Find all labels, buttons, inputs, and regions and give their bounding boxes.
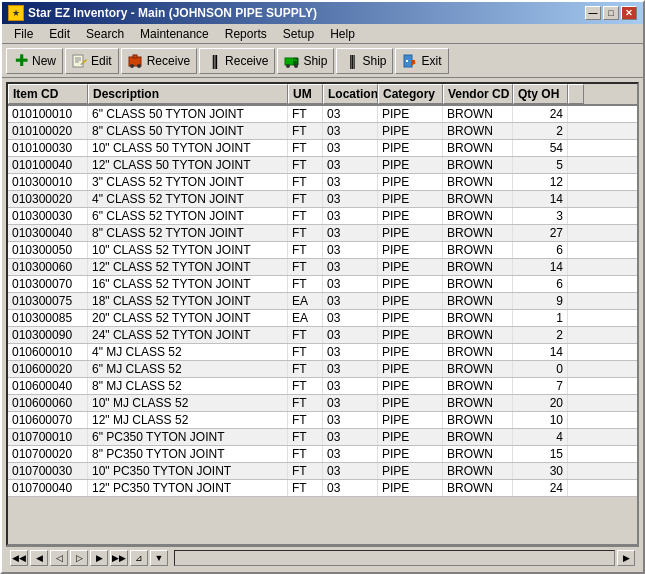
nav-next-fast-button[interactable]: ▶ bbox=[90, 550, 108, 566]
table-row[interactable]: 0103000204" CLASS 52 TYTON JOINTFT03PIPE… bbox=[8, 191, 637, 208]
cell-category: PIPE bbox=[378, 429, 443, 445]
cell-item_cd: 010700030 bbox=[8, 463, 88, 479]
svg-point-8 bbox=[130, 64, 134, 68]
new-icon: ✚ bbox=[13, 53, 29, 69]
table-row[interactable]: 0106000206" MJ CLASS 52FT03PIPEBROWN0 bbox=[8, 361, 637, 378]
cell-location: 03 bbox=[323, 106, 378, 122]
table-row[interactable]: 01010003010" CLASS 50 TYTON JOINTFT03PIP… bbox=[8, 140, 637, 157]
table-row[interactable]: 0101000106" CLASS 50 TYTON JOINTFT03PIPE… bbox=[8, 106, 637, 123]
edit-button[interactable]: Edit bbox=[65, 48, 119, 74]
nav-scroll-right[interactable]: ▶ bbox=[617, 550, 635, 566]
cell-description: 6" CLASS 50 TYTON JOINT bbox=[88, 106, 288, 122]
cell-item_cd: 010600060 bbox=[8, 395, 88, 411]
menu-setup[interactable]: Setup bbox=[275, 25, 322, 43]
cell-description: 6" MJ CLASS 52 bbox=[88, 361, 288, 377]
horizontal-scrollbar[interactable] bbox=[174, 550, 615, 566]
ship-truck-button[interactable]: Ship bbox=[277, 48, 334, 74]
receive-icon-button[interactable]: Receive bbox=[121, 48, 197, 74]
table-row[interactable]: 01030005010" CLASS 52 TYTON JOINTFT03PIP… bbox=[8, 242, 637, 259]
menu-maintenance[interactable]: Maintenance bbox=[132, 25, 217, 43]
cell-location: 03 bbox=[323, 191, 378, 207]
cell-description: 18" CLASS 52 TYTON JOINT bbox=[88, 293, 288, 309]
nav-funnel-button[interactable]: ▼ bbox=[150, 550, 168, 566]
nav-prev-button[interactable]: ◁ bbox=[50, 550, 68, 566]
cell-um: FT bbox=[288, 429, 323, 445]
col-description[interactable]: Description bbox=[88, 84, 288, 104]
cell-qty_oh: 54 bbox=[513, 140, 568, 156]
table-body[interactable]: 0101000106" CLASS 50 TYTON JOINTFT03PIPE… bbox=[8, 106, 637, 544]
menu-file[interactable]: File bbox=[6, 25, 41, 43]
cell-um: FT bbox=[288, 344, 323, 360]
table-row[interactable]: 01030006012" CLASS 52 TYTON JOINTFT03PIP… bbox=[8, 259, 637, 276]
cell-description: 10" CLASS 52 TYTON JOINT bbox=[88, 242, 288, 258]
cell-item_cd: 010300030 bbox=[8, 208, 88, 224]
app-icon: ★ bbox=[8, 5, 24, 21]
menu-search[interactable]: Search bbox=[78, 25, 132, 43]
nav-prev-fast-button[interactable]: ◀ bbox=[30, 550, 48, 566]
nav-last-button[interactable]: ▶▶ bbox=[110, 550, 128, 566]
cell-um: FT bbox=[288, 378, 323, 394]
maximize-button[interactable]: □ bbox=[603, 6, 619, 20]
table-row[interactable]: 0107000106" PC350 TYTON JOINTFT03PIPEBRO… bbox=[8, 429, 637, 446]
table-row[interactable]: 0103000408" CLASS 52 TYTON JOINTFT03PIPE… bbox=[8, 225, 637, 242]
nav-next-button[interactable]: ▷ bbox=[70, 550, 88, 566]
new-button[interactable]: ✚ New bbox=[6, 48, 63, 74]
cell-category: PIPE bbox=[378, 395, 443, 411]
table-row[interactable]: 0107000208" PC350 TYTON JOINTFT03PIPEBRO… bbox=[8, 446, 637, 463]
cell-location: 03 bbox=[323, 208, 378, 224]
table-row[interactable]: 0106000408" MJ CLASS 52FT03PIPEBROWN7 bbox=[8, 378, 637, 395]
menu-edit[interactable]: Edit bbox=[41, 25, 78, 43]
title-bar-buttons: — □ ✕ bbox=[585, 6, 637, 20]
cell-description: 8" CLASS 50 TYTON JOINT bbox=[88, 123, 288, 139]
table-row[interactable]: 01030007518" CLASS 52 TYTON JOINTEA03PIP… bbox=[8, 293, 637, 310]
cell-category: PIPE bbox=[378, 242, 443, 258]
cell-item_cd: 010300075 bbox=[8, 293, 88, 309]
table-row[interactable]: 01070003010" PC350 TYTON JOINTFT03PIPEBR… bbox=[8, 463, 637, 480]
cell-qty_oh: 0 bbox=[513, 361, 568, 377]
table-row[interactable]: 0103000306" CLASS 52 TYTON JOINTFT03PIPE… bbox=[8, 208, 637, 225]
cell-category: PIPE bbox=[378, 191, 443, 207]
receive-barcode-button[interactable]: ||| Receive bbox=[199, 48, 275, 74]
cell-location: 03 bbox=[323, 157, 378, 173]
table-row[interactable]: 01010004012" CLASS 50 TYTON JOINTFT03PIP… bbox=[8, 157, 637, 174]
cell-um: FT bbox=[288, 106, 323, 122]
cell-vendor_cd: BROWN bbox=[443, 225, 513, 241]
col-item-cd[interactable]: Item CD bbox=[8, 84, 88, 104]
cell-vendor_cd: BROWN bbox=[443, 276, 513, 292]
col-location[interactable]: Location bbox=[323, 84, 378, 104]
cell-description: 3" CLASS 52 TYTON JOINT bbox=[88, 174, 288, 190]
cell-vendor_cd: BROWN bbox=[443, 361, 513, 377]
barcode2-icon: ||| bbox=[343, 53, 359, 69]
cell-qty_oh: 14 bbox=[513, 191, 568, 207]
nav-first-button[interactable]: ◀◀ bbox=[10, 550, 28, 566]
svg-rect-0 bbox=[73, 55, 83, 67]
col-category[interactable]: Category bbox=[378, 84, 443, 104]
nav-filter-button[interactable]: ⊿ bbox=[130, 550, 148, 566]
table-row[interactable]: 0106000104" MJ CLASS 52FT03PIPEBROWN14 bbox=[8, 344, 637, 361]
cell-qty_oh: 1 bbox=[513, 310, 568, 326]
svg-point-14 bbox=[294, 64, 298, 68]
menu-bar: File Edit Search Maintenance Reports Set… bbox=[2, 24, 643, 44]
close-button[interactable]: ✕ bbox=[621, 6, 637, 20]
menu-reports[interactable]: Reports bbox=[217, 25, 275, 43]
table-row[interactable]: 01030008520" CLASS 52 TYTON JOINTEA03PIP… bbox=[8, 310, 637, 327]
table-row[interactable]: 01030009024" CLASS 52 TYTON JOINTFT03PIP… bbox=[8, 327, 637, 344]
minimize-button[interactable]: — bbox=[585, 6, 601, 20]
col-um[interactable]: UM bbox=[288, 84, 323, 104]
col-qty-oh[interactable]: Qty OH bbox=[513, 84, 568, 104]
table-row[interactable]: 0103000103" CLASS 52 TYTON JOINTFT03PIPE… bbox=[8, 174, 637, 191]
exit-button[interactable]: Exit bbox=[395, 48, 448, 74]
nav-bar: ◀◀ ◀ ◁ ▷ ▶ ▶▶ ⊿ ▼ ▶ bbox=[6, 546, 639, 568]
cell-category: PIPE bbox=[378, 140, 443, 156]
table-row[interactable]: 01060006010" MJ CLASS 52FT03PIPEBROWN20 bbox=[8, 395, 637, 412]
table-row[interactable]: 01030007016" CLASS 52 TYTON JOINTFT03PIP… bbox=[8, 276, 637, 293]
ship-barcode-button[interactable]: ||| Ship bbox=[336, 48, 393, 74]
menu-help[interactable]: Help bbox=[322, 25, 363, 43]
col-vendor-cd[interactable]: Vendor CD bbox=[443, 84, 513, 104]
cell-item_cd: 010600070 bbox=[8, 412, 88, 428]
table-row[interactable]: 01070004012" PC350 TYTON JOINTFT03PIPEBR… bbox=[8, 480, 637, 497]
table-row[interactable]: 01060007012" MJ CLASS 52FT03PIPEBROWN10 bbox=[8, 412, 637, 429]
table-row[interactable]: 0101000208" CLASS 50 TYTON JOINTFT03PIPE… bbox=[8, 123, 637, 140]
cell-category: PIPE bbox=[378, 276, 443, 292]
cell-item_cd: 010600020 bbox=[8, 361, 88, 377]
